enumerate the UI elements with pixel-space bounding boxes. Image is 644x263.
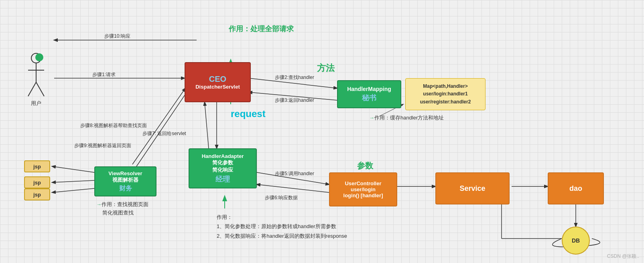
action-detail1: 1、简化参数处理：原始的参数转成handler所需参数 (217, 222, 347, 231)
step9-label: 步骤9:视图解析器返回页面 (74, 142, 131, 149)
dispatcher-ceo-label: CEO (209, 75, 226, 84)
db-label: DB (572, 237, 580, 244)
svg-line-12 (205, 102, 209, 148)
step1-label: 步骤1:请求 (92, 71, 116, 78)
action-detail: 作用： 1、简化参数处理：原始的参数转成handler所需参数 2、简化数据响应… (217, 212, 347, 241)
user-controller-label3: login() [handler] (343, 192, 383, 198)
handler-adapter-note: 经理 (215, 174, 230, 184)
dao-label: dao (569, 184, 582, 193)
view-resolver-box: ViewResolver 视图解析器 财务 (94, 166, 156, 196)
action-detail2: 2、简化数据响应：将handler返回的数据封装到response (217, 231, 347, 241)
step7-label: 步骤7: 返回给servlet (142, 130, 186, 137)
dispatcher-note: 作用：处理全部请求 (229, 24, 294, 34)
service-label: Service (459, 184, 485, 193)
dao-box: dao (548, 172, 604, 204)
watermark: CSDN @张颖.. (607, 253, 639, 260)
dispatcher-servlet-box: CEO DispatcherServlet (185, 62, 251, 102)
svg-line-17 (52, 188, 94, 192)
step6-label: 步骤6:响应数据 (265, 194, 298, 201)
svg-line-25 (36, 82, 44, 96)
action-label: 作用： (217, 212, 347, 222)
user-controller-label1: UserController (345, 180, 381, 186)
service-box: Service (435, 172, 510, 204)
svg-line-24 (28, 82, 36, 96)
diagram: 用户 CEO DispatcherServlet 作用：处理全部请求 方法 Ha… (0, 0, 644, 263)
params-label: 参数 (357, 160, 373, 171)
handler-mapping-box: HandlerMapping 秘书 (337, 80, 401, 108)
handler-mapping-note: 秘书 (362, 93, 376, 103)
user-label: 用户 (24, 100, 48, 107)
svg-line-15 (52, 166, 94, 172)
actor-user: 用户 (24, 52, 48, 107)
handler-mapping-action: →作用：缓存handler方法和地址 (369, 114, 444, 121)
step3-label: 步骤3:返回handler (275, 97, 314, 104)
user-controller-box: UserController user/login login() [handl… (329, 172, 397, 206)
svg-line-6 (257, 184, 329, 192)
jsp-box-2: jsp (24, 176, 50, 188)
request-label: request (231, 108, 266, 119)
handler-adapter-mid: 简化参数 (212, 159, 233, 166)
handler-adapter-box: HandlerAadapter 简化参数 简化响应 经理 (189, 148, 257, 188)
view-resolver-note: 财务 (119, 184, 132, 193)
handler-mapping-map-content: Map<path,Handler>user/login:handler1user… (420, 83, 471, 106)
handler-mapping-note-card: Map<path,Handler>user/login:handler1user… (405, 78, 486, 110)
step8-label: 步骤8:视图解析器帮助查找页面 (80, 122, 147, 129)
user-controller-label2: user/login (351, 186, 376, 192)
handler-adapter-label: HandlerAadapter (202, 153, 244, 159)
handler-adapter-bot: 简化响应 (212, 166, 233, 174)
view-resolver-label2: 视图解析器 (112, 176, 138, 184)
start-circle (35, 53, 43, 61)
view-resolver-label1: ViewResolver (108, 170, 142, 176)
handler-mapping-label: HandlerMapping (347, 86, 391, 92)
svg-line-16 (52, 180, 94, 182)
step10-label: 步骤10:响应 (104, 33, 130, 40)
method-label: 方法 (317, 62, 335, 74)
dispatcher-classname-label: DispatcherServlet (195, 84, 240, 90)
jsp-box-1: jsp (24, 160, 50, 172)
jsp-box-3: jsp (24, 188, 50, 200)
step5-label: 步骤5:调用handler (275, 170, 314, 177)
step2-label: 步骤2:查找handler (275, 74, 314, 81)
view-resolver-action: →作用：查找视图页面 简化视图查找 (96, 200, 148, 217)
db-circle: DB (562, 227, 590, 255)
